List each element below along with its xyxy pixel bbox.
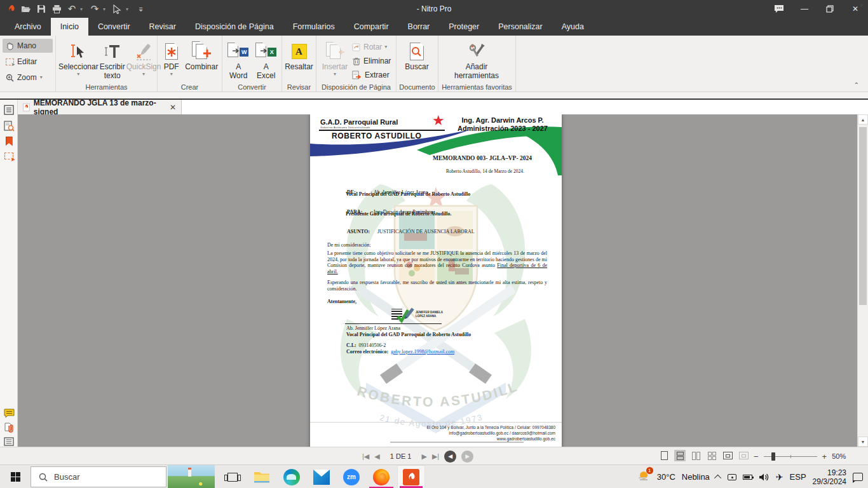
snapshot-tool-icon[interactable]: ➤: [3, 149, 15, 162]
page-search-panel-icon[interactable]: [3, 119, 15, 132]
minimize-button[interactable]: —: [792, 0, 817, 18]
escribir-texto-button[interactable]: Escribir texto: [100, 38, 125, 81]
battery-icon[interactable]: [743, 475, 752, 480]
taskbar-firefox[interactable]: [367, 465, 395, 488]
close-button[interactable]: ✕: [843, 0, 868, 18]
undo-icon[interactable]: ↶: [65, 2, 79, 16]
zoom-slider[interactable]: [764, 456, 817, 457]
taskbar-nitro-pro[interactable]: [397, 465, 425, 488]
previous-page-button[interactable]: ◀: [374, 452, 379, 461]
tab-ayuda[interactable]: Ayuda: [552, 18, 593, 36]
history-back-button[interactable]: ◀: [444, 451, 456, 463]
task-view-button[interactable]: [219, 465, 247, 488]
seleccionar-button[interactable]: Seleccionar ▾: [58, 38, 98, 77]
customize-toolbar-icon[interactable]: ⌄=: [133, 2, 147, 16]
cast-icon[interactable]: [728, 474, 736, 480]
hand-tool-button[interactable]: Mano: [3, 39, 53, 53]
quicksign-button[interactable]: QuickSign ▾: [126, 38, 161, 77]
taskbar-search[interactable]: Buscar: [31, 466, 166, 487]
tray-weather-condition[interactable]: Neblina: [682, 472, 710, 482]
pages-panel-icon[interactable]: [3, 104, 15, 116]
zoom-tool-button[interactable]: Zoom ▾: [3, 71, 53, 85]
taskbar-file-explorer[interactable]: [248, 465, 276, 488]
signer-title: Vocal Principal del GAD Parroquial de Ro…: [346, 332, 471, 337]
restore-button[interactable]: [817, 0, 843, 18]
redo-dropdown-caret[interactable]: ▾: [103, 6, 109, 12]
start-button[interactable]: [0, 465, 31, 488]
a-excel-button[interactable]: X A Excel: [253, 38, 279, 81]
tab-proteger[interactable]: Proteger: [439, 18, 489, 36]
tab-inicio[interactable]: Inicio: [51, 18, 88, 36]
pdf-button[interactable]: PDF ▾: [160, 38, 182, 77]
volume-icon[interactable]: [759, 473, 770, 482]
email-link[interactable]: gaby.lopez.1998@hotmail.com: [391, 349, 454, 355]
facing-pages-view-icon[interactable]: [690, 450, 702, 461]
combinar-button[interactable]: Combinar: [184, 38, 219, 72]
document-viewport[interactable]: ROBERTO ASTUDILLO 21 de Agosto de 1973 G…: [18, 114, 857, 447]
weather-tray-icon[interactable]: 1: [637, 470, 651, 484]
save-icon[interactable]: [34, 2, 48, 16]
comments-panel-icon[interactable]: [3, 407, 15, 419]
grid-view-icon[interactable]: [706, 450, 717, 461]
anadir-herramientas-button[interactable]: Añadir herramientas: [441, 38, 512, 81]
tray-expand-chevron[interactable]: [714, 474, 721, 481]
scroll-down-arrow[interactable]: ▼: [858, 437, 868, 447]
select-tool-caret[interactable]: ▾: [126, 6, 132, 12]
edit-tool-button[interactable]: ➤ Editar: [3, 55, 53, 69]
tab-compartir[interactable]: Compartir: [344, 18, 398, 36]
taskbar-edge[interactable]: [278, 465, 306, 488]
fullscreen-view-icon[interactable]: [722, 450, 733, 461]
first-page-button[interactable]: |◀: [362, 452, 369, 461]
action-center-icon[interactable]: [853, 473, 863, 481]
zoom-slider-handle[interactable]: [771, 452, 775, 461]
tab-convertir[interactable]: Convertir: [88, 18, 140, 36]
redo-icon[interactable]: ↷: [88, 2, 102, 16]
clock[interactable]: 19:23 29/3/2024: [813, 468, 846, 486]
language-indicator[interactable]: ESP: [790, 472, 806, 482]
scroll-thumb[interactable]: [859, 127, 867, 305]
eliminar-button[interactable]: Eliminar: [352, 55, 391, 67]
document-tab[interactable]: MEMORANDO JGLA 13 de marzo-signed ✕: [18, 100, 182, 114]
airplane-mode-icon[interactable]: ✈: [776, 472, 783, 482]
resaltar-button[interactable]: A Resaltar: [285, 38, 313, 72]
feedback-icon[interactable]: [766, 0, 792, 18]
tab-archivo[interactable]: Archivo: [5, 18, 51, 36]
select-tool-icon[interactable]: [111, 2, 125, 16]
presentation-view-icon[interactable]: [738, 450, 749, 461]
tab-list-dropdown-icon[interactable]: ▼: [858, 3, 864, 9]
single-page-view-icon[interactable]: [658, 450, 670, 461]
pdf-page[interactable]: ROBERTO ASTUDILLO 21 de Agosto de 1973 G…: [310, 114, 562, 447]
tab-disposicion[interactable]: Disposición de Página: [186, 18, 283, 36]
insertar-button[interactable]: Insertar ▾: [319, 38, 351, 77]
open-file-icon[interactable]: [19, 2, 33, 16]
bookmarks-panel-icon[interactable]: [3, 135, 15, 147]
zoom-in-button[interactable]: +: [822, 452, 827, 461]
tab-personalizar[interactable]: Personalizar: [489, 18, 552, 36]
print-icon[interactable]: [50, 2, 64, 16]
extraer-button[interactable]: Extraer: [352, 69, 391, 81]
taskbar-mail[interactable]: [308, 465, 336, 488]
undo-dropdown-caret[interactable]: ▾: [80, 6, 86, 12]
news-weather-widget[interactable]: [168, 465, 215, 488]
tray-temperature[interactable]: 30°C: [657, 472, 675, 482]
last-page-button[interactable]: ▶|: [432, 452, 439, 461]
zoom-out-button[interactable]: −: [754, 452, 759, 461]
tab-borrar[interactable]: Borrar: [398, 18, 440, 36]
attachments-panel-icon[interactable]: [3, 421, 15, 434]
buscar-button[interactable]: Buscar: [399, 38, 435, 72]
collapse-ribbon-icon[interactable]: ⌃: [854, 81, 859, 88]
vertical-scrollbar[interactable]: ▲ ▼: [857, 114, 868, 447]
continuous-view-icon[interactable]: [674, 450, 686, 461]
signature-pen-check-icon: [395, 308, 417, 324]
taskbar-zoom[interactable]: zm: [337, 465, 365, 488]
footer-line1: El Oro 104 y Bolívar, Junto a la Tenecia…: [426, 424, 555, 430]
scroll-up-arrow[interactable]: ▲: [858, 114, 868, 125]
tab-formularios[interactable]: Formularios: [283, 18, 344, 36]
output-panel-icon[interactable]: [3, 435, 15, 448]
close-tab-icon[interactable]: ✕: [170, 103, 176, 112]
a-word-button[interactable]: W A Word: [225, 38, 252, 81]
history-forward-button[interactable]: ▶: [461, 451, 473, 463]
next-page-button[interactable]: ▶: [421, 452, 426, 461]
tab-revisar[interactable]: Revisar: [140, 18, 186, 36]
rotar-button[interactable]: Rotar ▾: [352, 41, 391, 53]
